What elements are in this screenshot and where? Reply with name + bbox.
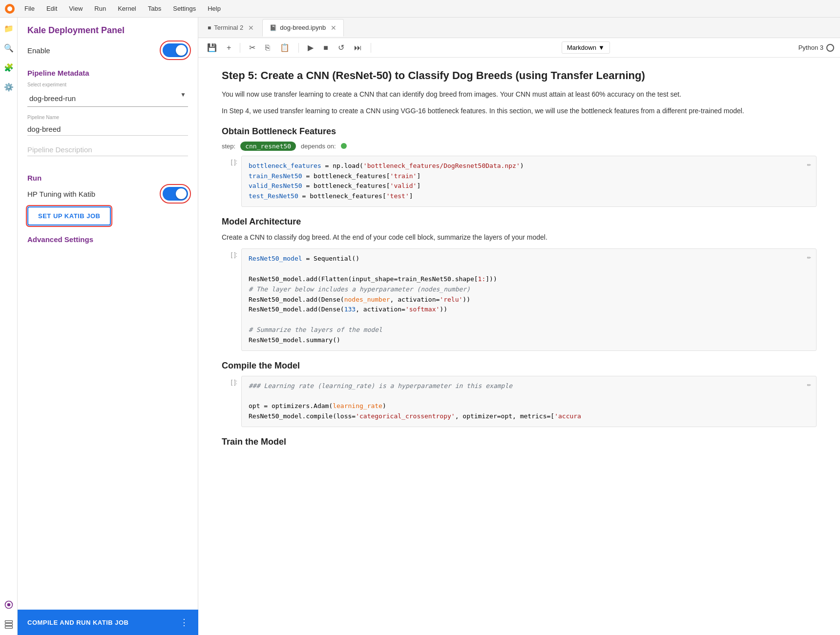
step-label: step:: [222, 143, 235, 150]
terminal-tab-icon: ■: [208, 24, 211, 31]
tab-notebook[interactable]: 📓 dog-breed.ipynb ✕: [262, 19, 344, 37]
menu-tabs[interactable]: Tabs: [143, 3, 166, 14]
compile-run-bar: COMPILE AND RUN KATIB JOB ⋮: [18, 610, 198, 635]
code-cell2-wrapper: [ ]: ✏ ResNet50_model = Sequential() Res…: [222, 248, 817, 350]
menu-bar: File Edit View Run Kernel Tabs Settings …: [0, 0, 840, 18]
save-button[interactable]: 💾: [204, 41, 220, 54]
experiment-dropdown-wrapper: Select experiment dog-breed-run ▼: [27, 82, 188, 107]
depends-dot-icon: [341, 143, 347, 149]
main-layout: 📁 🔍 🧩 ⚙️ Kale Deployment Panel Enable Pi…: [0, 18, 840, 635]
fast-forward-button[interactable]: ⏭: [351, 41, 365, 54]
pipeline-name-input[interactable]: [27, 123, 188, 136]
pipeline-name-label: Pipeline Name: [27, 115, 188, 120]
notebook-tab-icon: 📓: [270, 24, 277, 31]
advanced-settings-label: Advanced Settings: [27, 235, 188, 244]
notebook-area: ■ Terminal 2 ✕ 📓 dog-breed.ipynb ✕ 💾 + ✂…: [198, 18, 840, 635]
icon-sidebar: 📁 🔍 🧩 ⚙️: [0, 18, 18, 635]
kale-panel: Kale Deployment Panel Enable Pipeline Me…: [18, 18, 198, 635]
compile-run-label[interactable]: COMPILE AND RUN KATIB JOB: [27, 619, 129, 626]
cell2-code: ResNet50_model = Sequential() ResNet50_m…: [249, 254, 809, 345]
section2-text: Create a CNN to classify dog breed. At t…: [222, 232, 817, 243]
tab-terminal-label: Terminal 2: [214, 24, 243, 31]
toggle-knob: [176, 45, 187, 56]
cell2-edit-icon[interactable]: ✏: [807, 252, 811, 263]
stop-button[interactable]: ■: [320, 41, 331, 54]
sidebar-icon-settings[interactable]: ⚙️: [2, 80, 16, 94]
setup-katib-button[interactable]: SET UP KATIB JOB: [27, 206, 111, 225]
paste-button[interactable]: 📋: [277, 41, 293, 54]
toolbar-sep2: [298, 43, 299, 53]
notebook-tab-close[interactable]: ✕: [331, 24, 336, 32]
menu-edit[interactable]: Edit: [42, 3, 62, 14]
add-cell-button[interactable]: +: [224, 41, 234, 54]
enable-toggle[interactable]: [163, 43, 188, 57]
menu-kernel[interactable]: Kernel: [113, 3, 141, 14]
toolbar-sep1: [240, 43, 240, 53]
experiment-select[interactable]: dog-breed-run: [27, 90, 188, 107]
code-cell3-wrapper: [ ]: ✏ ### Learning rate (learning_rate)…: [222, 376, 817, 427]
run-section: Run HP Tuning with Katib SET UP KATIB JO…: [27, 166, 188, 235]
svg-point-3: [7, 603, 10, 607]
tab-terminal[interactable]: ■ Terminal 2 ✕: [200, 19, 261, 37]
terminal-tab-close[interactable]: ✕: [248, 24, 254, 32]
sidebar-icon-folder[interactable]: 📁: [2, 21, 16, 35]
section4-heading: Train the Model: [222, 437, 817, 447]
tab-bar: ■ Terminal 2 ✕ 📓 dog-breed.ipynb ✕: [198, 18, 840, 38]
intro-text2: In Step 4, we used transfer learning to …: [222, 105, 817, 116]
app-logo: [4, 3, 16, 15]
menu-help[interactable]: Help: [203, 3, 226, 14]
cell2-counter: [ ]:: [222, 248, 237, 258]
pipeline-name-wrapper: Pipeline Name: [27, 115, 188, 136]
section3-heading: Compile the Model: [222, 361, 817, 371]
code-cell2[interactable]: ✏ ResNet50_model = Sequential() ResNet50…: [241, 248, 817, 350]
toolbar-sep3: [371, 43, 371, 53]
enable-row: Enable: [27, 43, 188, 57]
section2-heading: Model Architecture: [222, 217, 817, 227]
cut-button[interactable]: ✂: [246, 41, 258, 54]
step-row: step: cnn_resnet50 depends on:: [222, 142, 817, 151]
cell-type-arrow: ▼: [598, 44, 605, 51]
pipeline-desc-input[interactable]: [27, 143, 188, 156]
code-cell1[interactable]: ✏ bottleneck_features = np.load('bottlen…: [241, 156, 817, 207]
tab-notebook-label: dog-breed.ipynb: [280, 24, 326, 31]
sidebar-icon-search[interactable]: 🔍: [2, 41, 16, 55]
step-badge: cnn_resnet50: [240, 142, 296, 151]
cell1-edit-icon[interactable]: ✏: [807, 159, 811, 170]
enable-toggle-wrapper: [163, 43, 188, 57]
pipeline-metadata-title: Pipeline Metadata: [27, 69, 188, 77]
run-button[interactable]: ▶: [305, 41, 316, 54]
menu-settings[interactable]: Settings: [168, 3, 201, 14]
code-cell1-wrapper: [ ]: ✏ bottleneck_features = np.load('bo…: [222, 156, 817, 207]
kernel-label: Python 3: [798, 44, 823, 51]
hp-toggle-knob: [176, 188, 187, 199]
step5-heading: Step 5: Create a CNN (ResNet-50) to Clas…: [222, 69, 817, 82]
copy-button[interactable]: ⎘: [262, 41, 273, 54]
menu-run[interactable]: Run: [89, 3, 111, 14]
sidebar-icon-kubeflow[interactable]: [2, 598, 16, 612]
cell3-edit-icon[interactable]: ✏: [807, 379, 811, 390]
hp-tuning-row: HP Tuning with Katib: [27, 187, 188, 201]
compile-dots-icon[interactable]: ⋮: [180, 617, 189, 628]
section1-heading: Obtain Bottleneck Features: [222, 126, 817, 137]
cell1-counter: [ ]:: [222, 156, 237, 165]
notebook-toolbar: 💾 + ✂ ⎘ 📋 ▶ ■ ↺ ⏭ Markdown ▼ Python 3: [198, 38, 840, 58]
menu-file[interactable]: File: [20, 3, 40, 14]
svg-rect-5: [5, 623, 12, 625]
hp-toggle-wrapper: [163, 187, 188, 201]
hp-tuning-toggle[interactable]: [163, 187, 188, 201]
cell-type-dropdown[interactable]: Markdown ▼: [562, 41, 610, 54]
menu-view[interactable]: View: [64, 3, 87, 14]
sidebar-icon-layers[interactable]: [2, 617, 16, 631]
svg-rect-4: [5, 621, 12, 623]
notebook-content: Step 5: Create a CNN (ResNet-50) to Clas…: [198, 58, 840, 635]
intro-text1: You will now use transfer learning to cr…: [222, 89, 817, 100]
kernel-label-area: Python 3: [798, 44, 834, 52]
kale-panel-title: Kale Deployment Panel: [27, 25, 188, 36]
pipeline-desc-wrapper: [27, 143, 188, 156]
cell3-counter: [ ]:: [222, 376, 237, 386]
code-cell3[interactable]: ✏ ### Learning rate (learning_rate) is a…: [241, 376, 817, 427]
kernel-status-icon: [826, 44, 834, 52]
sidebar-icon-extensions[interactable]: 🧩: [2, 61, 16, 74]
restart-button[interactable]: ↺: [335, 41, 347, 54]
svg-point-1: [7, 6, 12, 11]
